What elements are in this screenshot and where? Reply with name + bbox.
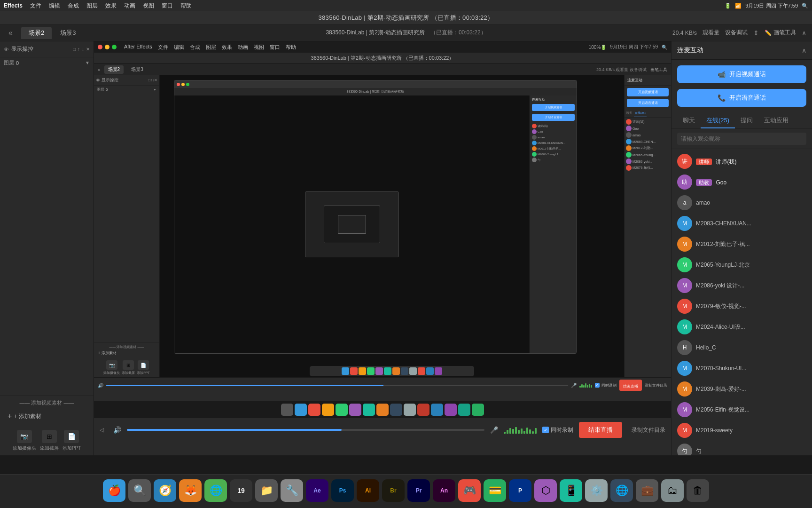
dock-app-safari[interactable]: 🧭 [154, 479, 176, 502]
list-item: M M2083-CHENXUAN... [671, 213, 812, 234]
left-expand-btn[interactable]: ◁ [100, 427, 104, 433]
record-dir-label[interactable]: 录制文件目录 [632, 426, 665, 434]
expand-icon[interactable]: ⇕ [753, 29, 759, 37]
tab-chat[interactable]: 聊天 [677, 112, 701, 128]
dock-app-spotlight[interactable]: 🔍 [128, 479, 151, 502]
screen-preview: After Effects 文件 编辑 合成 图层 效果 动画 视图 窗口 帮助 [94, 41, 671, 418]
watch-btn[interactable]: 观看量 [703, 29, 719, 37]
dock-app-an[interactable]: An [433, 479, 455, 502]
deep-name-6: M2065-YoungLJ... [538, 153, 560, 156]
nav-prev-btn[interactable]: « [6, 28, 16, 38]
dock-app-web2[interactable]: 🌐 [610, 479, 633, 502]
dock-app-mobile[interactable]: 📱 [560, 479, 582, 502]
add-screenshot-action[interactable]: ⊞ 添加截屏 [40, 430, 59, 452]
maximize-dot[interactable] [112, 45, 117, 49]
finder-icon: 🍎 [108, 484, 121, 497]
tab-scene2[interactable]: 场景2 [21, 27, 52, 39]
tab-questions[interactable]: 提问 [735, 112, 758, 128]
dock-app-trash[interactable]: 🗑 [687, 479, 709, 502]
dock-app-finder[interactable]: 🍎 [103, 479, 125, 502]
inner-dock-icon-5 [375, 367, 383, 375]
tab-online[interactable]: 在线(25) [701, 112, 735, 128]
voice-call-icon: 📞 [718, 94, 726, 102]
dock-app-files[interactable]: 🗂 [661, 479, 684, 502]
tab-scene3[interactable]: 场景3 [53, 27, 83, 39]
dock-app-br[interactable]: Br [382, 479, 405, 502]
layer-delete-btn[interactable]: ✕ [86, 47, 90, 52]
dock-app-folder[interactable]: 📁 [255, 479, 278, 502]
dock-app-ae[interactable]: Ae [306, 479, 328, 502]
menu-window[interactable]: 窗口 [162, 2, 173, 10]
layer-visibility-icon[interactable]: 👁 [4, 47, 9, 52]
inner-camera-action: 📷 添加摄像头 [103, 360, 120, 375]
dock-app-chrome[interactable]: 🌐 [204, 479, 227, 502]
minimize-dot[interactable] [105, 45, 109, 49]
hammer-icon: 🔧 [286, 484, 298, 497]
menu-layer[interactable]: 图层 [86, 2, 98, 10]
inner-nav: « [98, 67, 101, 72]
vis-bar-3 [509, 428, 511, 434]
add-asset-btn[interactable]: + + 添加素材 [4, 410, 90, 422]
volume-slider[interactable] [127, 429, 484, 431]
layer-down-btn[interactable]: ↓ [82, 47, 84, 52]
ppt-label: 添加PPT [62, 445, 81, 452]
titlebar: 383560-DinLab | 第2期-动态插画研究所 （已直播：00:03:2… [0, 11, 812, 24]
deep-video-btn-inner: 开启视频通话 [532, 104, 575, 111]
dock-19-icon: 19 [237, 487, 245, 494]
layer-dropdown-label: 图层 [4, 59, 14, 66]
name-amao: amao [696, 199, 710, 206]
menu-effects[interactable]: 效果 [105, 2, 117, 10]
inner-vol-fill [106, 385, 383, 386]
dock-app-card[interactable]: 💳 [484, 479, 506, 502]
dock-app-ps[interactable]: Ps [331, 479, 354, 502]
menu-animation[interactable]: 动画 [124, 2, 135, 10]
mic-icon: 🎤 [490, 426, 498, 434]
dock-app-pr[interactable]: Pr [407, 479, 430, 502]
inner-panel-controls: □↑↓✕ [148, 78, 157, 82]
inner-titlebar-text: 383560-DinLab | 第2期-动态插画研究所 （已直播：00:03:2… [311, 55, 454, 62]
layer-box-btn[interactable]: □ [73, 47, 76, 52]
dropdown-arrow-icon[interactable]: ▼ [85, 60, 90, 65]
device-btn[interactable]: 设备调试 [725, 29, 748, 37]
voice-call-button[interactable]: 📞 开启语音通话 [677, 89, 806, 107]
menu-edit[interactable]: 编辑 [49, 2, 60, 10]
volume-row: ◁ 🔊 🎤 [100, 422, 665, 438]
dock-app-gaming[interactable]: 🎮 [458, 479, 481, 502]
dock-app-firefox[interactable]: 🦊 [179, 479, 202, 502]
layer-up-btn[interactable]: ↑ [78, 47, 80, 52]
menu-view[interactable]: 视图 [143, 2, 154, 10]
menu-compose[interactable]: 合成 [68, 2, 79, 10]
bandwidth-info: 20.4 KB/s [672, 30, 697, 36]
inner-layer-space [94, 94, 159, 342]
sync-checkbox[interactable]: ✓ [542, 427, 549, 433]
dock-app-work[interactable]: 💼 [636, 479, 658, 502]
dock-app-19[interactable]: 19 [230, 479, 252, 502]
inner-dock-icon-11 [426, 367, 434, 375]
chat-search-input[interactable] [677, 133, 806, 145]
inner-streambar: « 场景2 场景3 20.4 KB/s 观看量 设备调试 画笔工具 [94, 64, 671, 75]
dock-app-hex[interactable]: ⬡ [534, 479, 557, 502]
search-icon[interactable]: 🔍 [802, 3, 808, 9]
dock-app-ai[interactable]: Ai [357, 479, 379, 502]
inner-av-3 [626, 132, 632, 138]
right-panel-collapse-btn[interactable]: ∧ [802, 47, 806, 54]
dock-app-hammer[interactable]: 🔧 [281, 479, 303, 502]
collapse-icon[interactable]: ∧ [802, 29, 806, 37]
inner-dock-app-8 [376, 404, 389, 416]
name-hello: Hello_C [696, 344, 716, 351]
dock-app-paypal[interactable]: P [509, 479, 531, 502]
menu-help[interactable]: 帮助 [180, 2, 192, 10]
tab-interactive[interactable]: 互动应用 [758, 112, 794, 128]
add-camera-action[interactable]: 📷 添加摄像头 [13, 430, 36, 452]
sync-record-row: ✓ 同时录制 [542, 426, 573, 434]
close-dot[interactable] [98, 45, 102, 49]
brush-tool-btn[interactable]: ✏️ 画笔工具 [765, 29, 796, 37]
video-call-button[interactable]: 📹 开启视频通话 [677, 65, 806, 83]
inner-dock-app-1 [281, 404, 293, 416]
dock-app-settings[interactable]: ⚙️ [585, 479, 608, 502]
add-asset-label: + 添加素材 [14, 413, 41, 421]
add-ppt-action[interactable]: 📄 添加PPT [62, 430, 81, 452]
menu-file[interactable]: 文件 [30, 2, 41, 10]
end-stream-button[interactable]: 结束直播 [579, 422, 622, 438]
inner-add-label: —— 添加视频素材 —— [96, 345, 157, 349]
